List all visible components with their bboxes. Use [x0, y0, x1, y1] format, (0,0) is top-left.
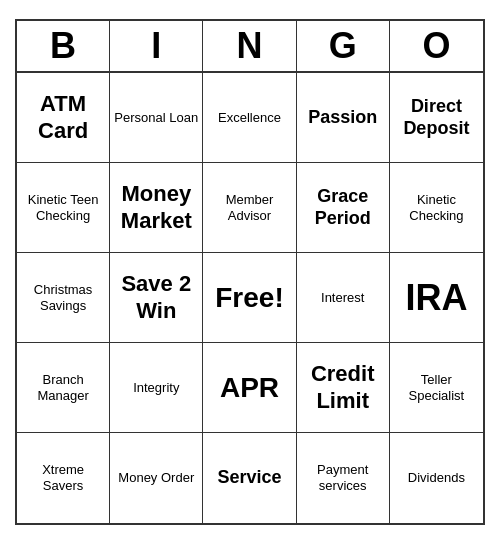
bingo-cell[interactable]: Direct Deposit [390, 73, 483, 163]
bingo-header: BINGO [17, 21, 483, 73]
bingo-cell[interactable]: Personal Loan [110, 73, 203, 163]
cell-text: Branch Manager [21, 372, 105, 403]
cell-text: Money Market [114, 181, 198, 234]
bingo-letter: B [17, 21, 110, 71]
cell-text: Kinetic Checking [394, 192, 479, 223]
cell-text: Money Order [118, 470, 194, 486]
bingo-cell[interactable]: IRA [390, 253, 483, 343]
bingo-cell[interactable]: Kinetic Checking [390, 163, 483, 253]
bingo-cell[interactable]: Kinetic Teen Checking [17, 163, 110, 253]
bingo-cell[interactable]: Service [203, 433, 296, 523]
cell-text: Christmas Savings [21, 282, 105, 313]
bingo-cell[interactable]: Christmas Savings [17, 253, 110, 343]
bingo-cell[interactable]: Member Advisor [203, 163, 296, 253]
cell-text: Credit Limit [301, 361, 385, 414]
bingo-cell[interactable]: Xtreme Savers [17, 433, 110, 523]
cell-text: Integrity [133, 380, 179, 396]
bingo-cell[interactable]: Save 2 Win [110, 253, 203, 343]
cell-text: Save 2 Win [114, 271, 198, 324]
cell-text: Xtreme Savers [21, 462, 105, 493]
cell-text: ATM Card [21, 91, 105, 144]
bingo-letter: G [297, 21, 390, 71]
cell-text: Dividends [408, 470, 465, 486]
bingo-cell[interactable]: Grace Period [297, 163, 390, 253]
cell-text: Member Advisor [207, 192, 291, 223]
cell-text: Free! [215, 281, 283, 315]
bingo-letter: I [110, 21, 203, 71]
cell-text: Payment services [301, 462, 385, 493]
bingo-cell[interactable]: Passion [297, 73, 390, 163]
bingo-letter: O [390, 21, 483, 71]
bingo-letter: N [203, 21, 296, 71]
cell-text: Personal Loan [114, 110, 198, 126]
cell-text: Excellence [218, 110, 281, 126]
bingo-cell[interactable]: APR [203, 343, 296, 433]
cell-text: Kinetic Teen Checking [21, 192, 105, 223]
bingo-cell[interactable]: Interest [297, 253, 390, 343]
cell-text: Teller Specialist [394, 372, 479, 403]
cell-text: Interest [321, 290, 364, 306]
bingo-cell[interactable]: Dividends [390, 433, 483, 523]
bingo-cell[interactable]: Payment services [297, 433, 390, 523]
bingo-cell[interactable]: Branch Manager [17, 343, 110, 433]
bingo-cell[interactable]: Teller Specialist [390, 343, 483, 433]
bingo-cell[interactable]: Money Order [110, 433, 203, 523]
cell-text: IRA [405, 276, 467, 319]
bingo-cell[interactable]: Free! [203, 253, 296, 343]
bingo-cell[interactable]: Integrity [110, 343, 203, 433]
cell-text: Grace Period [301, 186, 385, 229]
bingo-cell[interactable]: ATM Card [17, 73, 110, 163]
cell-text: Service [217, 467, 281, 489]
cell-text: Passion [308, 107, 377, 129]
cell-text: Direct Deposit [394, 96, 479, 139]
bingo-cell[interactable]: Credit Limit [297, 343, 390, 433]
bingo-card: BINGO ATM CardPersonal LoanExcellencePas… [15, 19, 485, 525]
bingo-grid: ATM CardPersonal LoanExcellencePassionDi… [17, 73, 483, 523]
bingo-cell[interactable]: Money Market [110, 163, 203, 253]
cell-text: APR [220, 371, 279, 405]
bingo-cell[interactable]: Excellence [203, 73, 296, 163]
